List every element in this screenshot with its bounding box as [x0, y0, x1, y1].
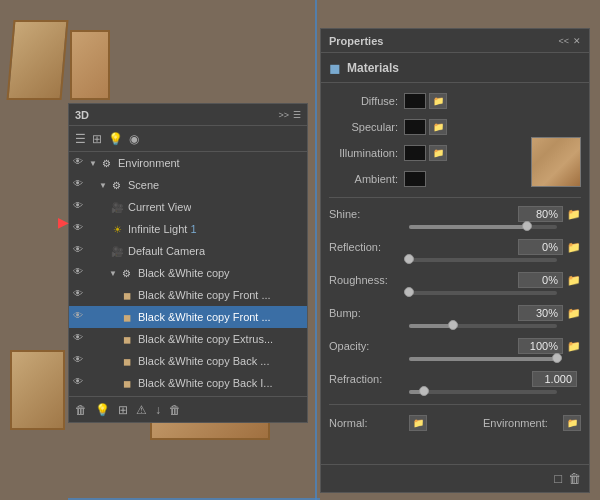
- footer-trash-icon[interactable]: 🗑: [169, 403, 181, 417]
- eye-icon[interactable]: 👁: [73, 354, 87, 368]
- normal-folder-btn[interactable]: 📁: [409, 415, 427, 431]
- shine-value[interactable]: [518, 206, 563, 222]
- props-label-specular: Specular:: [329, 121, 404, 133]
- layer-item-environment[interactable]: 👁 ▼ ⚙ Environment: [69, 152, 307, 174]
- props-label-environment: Environment:: [483, 417, 563, 429]
- footer-download-icon[interactable]: ↓: [155, 403, 161, 417]
- props-tab-bar: ◼ Materials: [321, 53, 589, 83]
- layer-item-infinite-light[interactable]: 👁 ☀ Infinite Light 1: [69, 218, 307, 240]
- layer-icon-camera: 🎥: [109, 199, 125, 215]
- reflection-folder-btn[interactable]: 📁: [567, 241, 581, 254]
- props-divider-2: [329, 404, 581, 405]
- layer-icon-bw: ⚙: [119, 265, 135, 281]
- bump-value[interactable]: [518, 305, 563, 321]
- illumination-swatch[interactable]: [404, 145, 426, 161]
- bump-slider-fill: [409, 324, 453, 328]
- props-footer-delete-icon[interactable]: 🗑: [568, 471, 581, 486]
- props-footer-add-icon[interactable]: □: [554, 471, 562, 486]
- diffuse-swatch[interactable]: [404, 93, 426, 109]
- eye-icon[interactable]: 👁: [73, 266, 87, 280]
- expand-arrow[interactable]: ▼: [109, 269, 117, 278]
- layer-icon-camera2: 🎥: [109, 243, 125, 259]
- props-label-normal: Normal:: [329, 417, 409, 429]
- eye-icon[interactable]: 👁: [73, 178, 87, 192]
- refraction-slider-thumb[interactable]: [419, 386, 429, 396]
- specular-swatch[interactable]: [404, 119, 426, 135]
- props-tab-icon: ◼: [329, 60, 341, 76]
- toolbar-grid-icon[interactable]: ⊞: [92, 132, 102, 146]
- footer-light-icon[interactable]: 💡: [95, 403, 110, 417]
- bump-slider-track[interactable]: [409, 324, 557, 328]
- panel-3d-menu-icon[interactable]: ☰: [293, 110, 301, 120]
- ambient-swatch[interactable]: [404, 171, 426, 187]
- layer-label-bw-extrusion: Black &White copy Extrus...: [138, 333, 273, 345]
- expand-arrow[interactable]: ▼: [99, 181, 107, 190]
- reflection-value[interactable]: [518, 239, 563, 255]
- props-label-bump: Bump:: [329, 307, 409, 319]
- footer-grid-icon[interactable]: ⊞: [118, 403, 128, 417]
- expand-arrow[interactable]: ▼: [89, 159, 97, 168]
- roughness-slider-thumb[interactable]: [404, 287, 414, 297]
- shine-slider-fill: [409, 225, 527, 229]
- diffuse-folder-btn[interactable]: 📁: [429, 93, 447, 109]
- layer-item-bw-front-1[interactable]: 👁 ◼ Black &White copy Front ...: [69, 284, 307, 306]
- opacity-slider-track[interactable]: [409, 357, 557, 361]
- layer-label-bw-back-i: Black &White copy Back I...: [138, 377, 273, 389]
- environment-folder-btn[interactable]: 📁: [563, 415, 581, 431]
- refraction-value[interactable]: [532, 371, 577, 387]
- layer-item-default-camera[interactable]: 👁 🎥 Default Camera: [69, 240, 307, 262]
- toolbar-list-icon[interactable]: ☰: [75, 132, 86, 146]
- props-label-reflection: Reflection:: [329, 241, 409, 253]
- 3d-letter-shape: [70, 30, 110, 100]
- panel-3d-title: 3D: [75, 109, 89, 121]
- opacity-value[interactable]: [518, 338, 563, 354]
- roughness-folder-btn[interactable]: 📁: [567, 274, 581, 287]
- eye-icon[interactable]: 👁: [73, 244, 87, 258]
- layer-item-bw-front-2[interactable]: 👁 ◼ Black &White copy Front ...: [69, 306, 307, 328]
- layer-label-default-camera: Default Camera: [128, 245, 205, 257]
- footer-warning-icon[interactable]: ⚠: [136, 403, 147, 417]
- toolbar-light-icon[interactable]: 💡: [108, 132, 123, 146]
- opacity-slider-fill: [409, 357, 557, 361]
- eye-icon[interactable]: 👁: [73, 376, 87, 390]
- eye-icon[interactable]: 👁: [73, 310, 87, 324]
- shine-folder-btn[interactable]: 📁: [567, 208, 581, 221]
- panel-3d-layer-list: 👁 ▼ ⚙ Environment 👁 ▼ ⚙ Scene 👁 🎥 Curren…: [69, 152, 307, 396]
- panel-3d-collapse-icon[interactable]: >>: [278, 110, 289, 120]
- layer-item-bw-back[interactable]: 👁 ◼ Black &White copy Back ...: [69, 350, 307, 372]
- props-label-ambient: Ambient:: [329, 173, 404, 185]
- illumination-folder-btn[interactable]: 📁: [429, 145, 447, 161]
- eye-icon[interactable]: 👁: [73, 332, 87, 346]
- opacity-slider-thumb[interactable]: [552, 353, 562, 363]
- layer-item-scene[interactable]: 👁 ▼ ⚙ Scene: [69, 174, 307, 196]
- reflection-slider-track[interactable]: [409, 258, 557, 262]
- texture-preview: [531, 137, 581, 187]
- layer-item-bw-copy[interactable]: 👁 ▼ ⚙ Black &White copy: [69, 262, 307, 284]
- props-close-icon[interactable]: ✕: [573, 36, 581, 46]
- eye-icon[interactable]: 👁: [73, 200, 87, 214]
- 3d-letter-shape: [7, 20, 69, 100]
- eye-icon[interactable]: 👁: [73, 288, 87, 302]
- layer-item-current-view[interactable]: 👁 🎥 Current View: [69, 196, 307, 218]
- opacity-folder-btn[interactable]: 📁: [567, 340, 581, 353]
- shine-slider-track[interactable]: [409, 225, 557, 229]
- eye-icon[interactable]: 👁: [73, 156, 87, 170]
- layer-item-bw-extrusion[interactable]: 👁 ◼ Black &White copy Extrus...: [69, 328, 307, 350]
- reflection-slider-thumb[interactable]: [404, 254, 414, 264]
- footer-delete-icon[interactable]: 🗑: [75, 403, 87, 417]
- roughness-slider-track[interactable]: [409, 291, 557, 295]
- refraction-slider-track[interactable]: [409, 390, 557, 394]
- eye-icon[interactable]: 👁: [73, 222, 87, 236]
- bump-slider-thumb[interactable]: [448, 320, 458, 330]
- layer-icon-light: ☀: [109, 221, 125, 237]
- layer-item-bw-back-i[interactable]: 👁 ◼ Black &White copy Back I...: [69, 372, 307, 394]
- layer-label-bw-front-2: Black &White copy Front ...: [138, 311, 271, 323]
- specular-folder-btn[interactable]: 📁: [429, 119, 447, 135]
- toolbar-camera-icon[interactable]: ◉: [129, 132, 139, 146]
- shine-slider-thumb[interactable]: [522, 221, 532, 231]
- bump-folder-btn[interactable]: 📁: [567, 307, 581, 320]
- roughness-value[interactable]: [518, 272, 563, 288]
- props-collapse-icon[interactable]: <<: [558, 36, 569, 46]
- props-slider-shine: Shine: 📁: [329, 206, 581, 229]
- props-label-refraction: Refraction:: [329, 373, 409, 385]
